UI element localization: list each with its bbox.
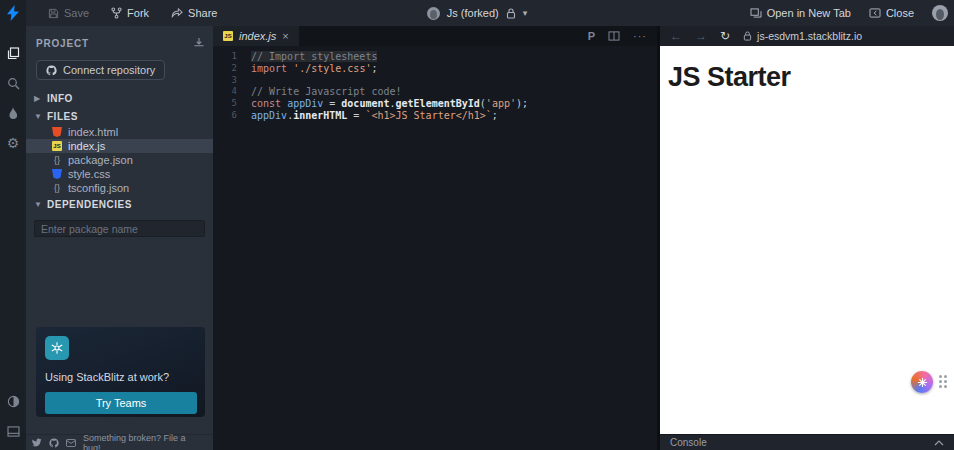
open-in-new-tab-label: Open in New Tab: [767, 7, 851, 19]
close-tab-icon[interactable]: ×: [282, 31, 288, 42]
code-token: document: [341, 98, 389, 109]
code-token: // Import stylesheets: [251, 51, 377, 62]
line-number: 5: [213, 98, 237, 110]
url-bar[interactable]: js-esdvm1.stackblitz.io: [743, 30, 862, 42]
code-token: );: [516, 98, 528, 109]
open-in-new-tab-button[interactable]: Open in New Tab: [750, 7, 851, 19]
chevron-up-icon: [934, 440, 944, 446]
code-token: getElementById: [396, 98, 480, 109]
save-label: Save: [64, 7, 89, 19]
firebase-icon[interactable]: [0, 98, 26, 128]
top-bar: Save Fork Share Js (forked) ▾: [0, 0, 954, 26]
chevron-right-icon: ▶: [34, 94, 42, 103]
code-token: `<h1>JS Starter</h1>`: [365, 110, 491, 121]
github-icon: [46, 65, 57, 76]
console-bar[interactable]: Console: [660, 434, 954, 450]
project-files-icon[interactable]: [0, 38, 26, 68]
dependency-search-input[interactable]: [34, 220, 205, 237]
project-panel-title: PROJECT: [36, 38, 89, 49]
try-teams-button[interactable]: Try Teams: [45, 392, 197, 414]
share-button[interactable]: Share: [171, 7, 217, 19]
more-options-icon[interactable]: ···: [633, 30, 647, 42]
preview-pane: ← → ↻ js-esdvm1.stackblitz.io JS Starter…: [660, 26, 954, 450]
code-token: // Write Javascript code!: [251, 86, 402, 97]
line-number: 3: [213, 75, 237, 87]
settings-gear-icon[interactable]: ⚙: [0, 128, 26, 158]
user-avatar[interactable]: [932, 5, 948, 21]
chevron-down-icon: ▼: [34, 200, 42, 209]
code-token: import: [251, 63, 287, 74]
rail-bottom-group: [0, 386, 26, 450]
line-text: import './style.css';: [251, 63, 377, 75]
file-row-package.json[interactable]: {}package.json: [26, 153, 213, 167]
code-line-4[interactable]: 4// Write Javascript code!: [213, 86, 657, 98]
close-preview-button[interactable]: Close: [869, 7, 914, 19]
project-title: Js (forked): [447, 7, 499, 19]
file-row-tsconfig.json[interactable]: {}tsconfig.json: [26, 181, 213, 195]
lock-icon[interactable]: [506, 8, 516, 19]
stackblitz-logo[interactable]: [0, 0, 26, 26]
project-owner-avatar[interactable]: [427, 7, 440, 20]
line-number: 2: [213, 63, 237, 75]
connect-repository-button[interactable]: Connect repository: [36, 60, 165, 80]
section-dependencies-label: DEPENDENCIES: [47, 199, 132, 210]
html-file-icon: [52, 127, 62, 137]
json-file-icon: {}: [52, 183, 62, 193]
preview-heading: JS Starter: [668, 62, 954, 93]
code-lines: 1// Import stylesheets2import './style.c…: [213, 51, 657, 122]
code-line-5[interactable]: 5const appDiv = document.getElementById(…: [213, 98, 657, 110]
code-editor[interactable]: 1// Import stylesheets2import './style.c…: [213, 46, 657, 122]
teams-promo-card: Using StackBlitz at work? Try Teams: [36, 327, 205, 417]
share-label: Share: [188, 7, 217, 19]
search-icon[interactable]: [0, 68, 26, 98]
file-name: style.css: [68, 168, 110, 180]
badge-drag-handle[interactable]: [939, 375, 947, 388]
save-button[interactable]: Save: [48, 7, 89, 19]
teams-promo-icon: [45, 336, 69, 360]
fork-icon: [111, 7, 122, 19]
file-row-index.html[interactable]: index.html: [26, 125, 213, 139]
save-icon: [48, 8, 59, 19]
toggle-panel-icon[interactable]: [0, 416, 26, 446]
code-line-3[interactable]: 3: [213, 75, 657, 87]
twitter-icon[interactable]: [32, 438, 42, 447]
code-token: ;: [492, 110, 498, 121]
file-row-style.css[interactable]: style.css: [26, 167, 213, 181]
file-bug-link[interactable]: Something broken? File a bug!: [83, 433, 205, 450]
share-icon: [171, 8, 183, 19]
prettier-button[interactable]: P: [588, 30, 595, 42]
file-row-index.js[interactable]: JSindex.js: [26, 139, 213, 153]
refresh-icon[interactable]: ↻: [720, 30, 730, 42]
close-label: Close: [886, 7, 914, 19]
theme-contrast-icon[interactable]: [0, 386, 26, 416]
topbar-right-group: Open in New Tab Close: [750, 5, 954, 21]
code-line-2[interactable]: 2import './style.css';: [213, 63, 657, 75]
fork-button[interactable]: Fork: [111, 7, 149, 19]
file-name: package.json: [68, 154, 133, 166]
preview-url: js-esdvm1.stackblitz.io: [757, 30, 862, 42]
section-dependencies[interactable]: ▼ DEPENDENCIES: [26, 195, 213, 213]
section-info[interactable]: ▶ INFO: [26, 89, 213, 107]
tab-index-js[interactable]: JS index.js ×: [213, 26, 299, 46]
code-token: innerHTML: [293, 110, 347, 121]
line-text: const appDiv = document.getElementById('…: [251, 98, 528, 110]
split-editor-icon[interactable]: [608, 31, 620, 41]
editor-pane: JS index.js × P ··· 1// Import styleshee…: [213, 26, 657, 450]
forward-arrow-icon[interactable]: →: [695, 30, 707, 42]
line-text: appDiv.innerHTML = `<h1>JS Starter</h1>`…: [251, 110, 498, 122]
panel-footer: Something broken? File a bug!: [26, 434, 213, 450]
file-name: index.js: [68, 140, 105, 152]
download-project-icon[interactable]: [193, 34, 205, 52]
code-line-6[interactable]: 6appDiv.innerHTML = `<h1>JS Starter</h1>…: [213, 110, 657, 122]
section-files[interactable]: ▼ FILES: [26, 107, 213, 125]
css-file-icon: [52, 169, 62, 179]
email-icon[interactable]: [66, 439, 76, 447]
back-arrow-icon[interactable]: ←: [670, 30, 682, 42]
github-icon[interactable]: [49, 438, 59, 448]
code-line-1[interactable]: 1// Import stylesheets: [213, 51, 657, 63]
js-file-icon: JS: [223, 31, 233, 41]
chevron-down-icon[interactable]: ▾: [523, 8, 528, 18]
fork-label: Fork: [127, 7, 149, 19]
devtools-badge[interactable]: [911, 371, 933, 393]
section-info-label: INFO: [47, 93, 73, 104]
